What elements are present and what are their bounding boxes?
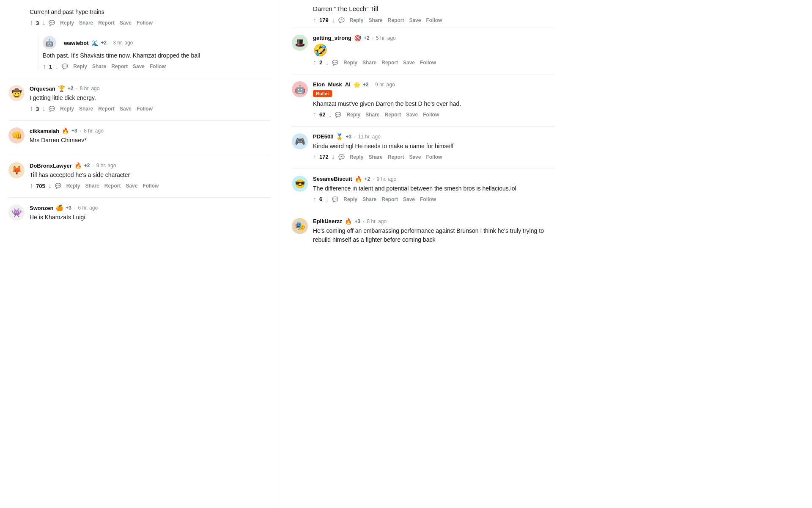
reply-button[interactable]: Reply <box>58 105 76 113</box>
upvote-button[interactable]: ↑ <box>313 111 316 119</box>
emoji-reaction: 🤣 <box>313 43 554 57</box>
right-column: Darren "The Leech" Till ↑ 179 ↓ 💬 Reply … <box>283 0 562 508</box>
username[interactable]: SesameBiscuit <box>313 176 352 182</box>
follow-button[interactable]: Follow <box>141 182 160 190</box>
save-button[interactable]: Save <box>407 153 422 161</box>
vote-count: 179 <box>319 17 329 23</box>
upvote-button[interactable]: ↑ <box>313 153 316 161</box>
upvote-button[interactable]: ↑ <box>30 105 33 113</box>
top-comment-text: Darren "The Leech" Till ↑ 179 ↓ 💬 Reply … <box>313 4 554 24</box>
report-button[interactable]: Report <box>386 17 406 24</box>
report-button[interactable]: Report <box>103 182 123 190</box>
share-button[interactable]: Share <box>77 105 95 113</box>
report-button[interactable]: Report <box>110 63 129 70</box>
share-button[interactable]: Share <box>364 111 381 119</box>
report-button[interactable]: Report <box>383 111 403 119</box>
upvote-button[interactable]: ↑ <box>313 59 316 66</box>
downvote-button[interactable]: ↓ <box>328 111 332 119</box>
vote-count: 172 <box>319 154 329 160</box>
downvote-button[interactable]: ↓ <box>332 153 335 161</box>
save-button[interactable]: Save <box>118 19 133 27</box>
reply-button[interactable]: Reply <box>58 19 76 27</box>
vote-count: 1 <box>49 64 52 70</box>
comment-icon: 💬 <box>330 196 340 203</box>
save-button[interactable]: Save <box>407 17 422 24</box>
comment-body: Orquesan 🏆 +2 · 8 hr. ago I getting litt… <box>30 85 270 113</box>
share-button[interactable]: Share <box>91 63 108 70</box>
reply-button[interactable]: Reply <box>345 111 362 119</box>
comment-actions: ↑ 3 ↓ 💬 Reply Share Report Save Follow <box>30 105 270 113</box>
comment-icon: 💬 <box>330 59 340 66</box>
username[interactable]: EpikUserzz <box>313 218 342 224</box>
follow-button[interactable]: Follow <box>135 105 154 113</box>
username[interactable]: wawiebot <box>64 40 89 46</box>
share-button[interactable]: Share <box>367 153 384 161</box>
share-button[interactable]: Share <box>83 182 101 190</box>
upvote-button[interactable]: ↑ <box>313 196 316 203</box>
downvote-button[interactable]: ↓ <box>55 63 58 70</box>
follow-button[interactable]: Follow <box>424 17 444 24</box>
save-button[interactable]: Save <box>131 63 146 70</box>
save-button[interactable]: Save <box>124 182 139 190</box>
username[interactable]: Orquesan <box>30 86 55 92</box>
comment-time: 11 hr. ago <box>358 134 380 140</box>
comment-row: 🤖 wawiebot 🌊 +2 · 3 hr. ago Both past. I… <box>30 36 270 70</box>
left-column: Current and past hype trains ↑ 3 ↓ 💬 Rep… <box>0 0 279 508</box>
dot-separator: · <box>74 205 75 211</box>
downvote-button[interactable]: ↓ <box>325 59 329 66</box>
comment-row: 🎭 EpikUserzz 🔥 +3 · 8 hr. ago He's comin… <box>292 215 554 247</box>
upvote-button[interactable]: ↑ <box>313 17 316 24</box>
avatar: 🤖 <box>292 81 308 97</box>
report-button[interactable]: Report <box>380 196 400 203</box>
upvote-button[interactable]: ↑ <box>43 63 46 70</box>
follow-button[interactable]: Follow <box>418 59 438 66</box>
comment-body: Current and past hype trains ↑ 3 ↓ 💬 Rep… <box>30 8 270 27</box>
avatar: 🤠 <box>8 85 25 101</box>
save-button[interactable]: Save <box>401 196 417 203</box>
follow-button[interactable]: Follow <box>424 153 444 161</box>
share-button[interactable]: Share <box>361 59 378 66</box>
username[interactable]: PDE503 <box>313 133 333 140</box>
username[interactable]: DoBronxLawyer <box>30 163 72 169</box>
follow-button[interactable]: Follow <box>148 63 167 70</box>
reply-button[interactable]: Reply <box>342 59 359 66</box>
downvote-button[interactable]: ↓ <box>42 105 45 113</box>
comment-row: Current and past hype trains ↑ 3 ↓ 💬 Rep… <box>8 4 270 28</box>
username[interactable]: cikkamsiah <box>30 128 59 134</box>
save-button[interactable]: Save <box>401 59 417 66</box>
upvote-button[interactable]: ↑ <box>30 19 33 27</box>
share-button[interactable]: Share <box>367 17 384 24</box>
username[interactable]: Elon_Musk_AI <box>313 81 351 88</box>
share-button[interactable]: Share <box>77 19 95 27</box>
share-button[interactable]: Share <box>361 196 378 203</box>
comment-body: 🤖 wawiebot 🌊 +2 · 3 hr. ago Both past. I… <box>43 36 270 70</box>
downvote-button[interactable]: ↓ <box>332 17 335 24</box>
reply-button[interactable]: Reply <box>348 17 365 24</box>
comment-actions: ↑ 2 ↓ 💬 Reply Share Report Save Follow <box>313 59 554 66</box>
downvote-button[interactable]: ↓ <box>42 19 45 27</box>
reply-button[interactable]: Reply <box>342 196 359 203</box>
report-button[interactable]: Report <box>96 19 116 27</box>
flair-icon: 🍊 <box>56 204 63 211</box>
separator <box>292 28 554 28</box>
comment-time: 5 hr. ago <box>376 35 396 41</box>
reply-button[interactable]: Reply <box>65 182 82 190</box>
downvote-button[interactable]: ↓ <box>48 182 52 190</box>
save-button[interactable]: Save <box>404 111 420 119</box>
reply-button[interactable]: Reply <box>348 153 365 161</box>
report-button[interactable]: Report <box>386 153 406 161</box>
downvote-button[interactable]: ↓ <box>325 196 329 203</box>
badge-container: Bullet <box>313 90 554 97</box>
reply-button[interactable]: Reply <box>71 63 89 70</box>
upvote-button[interactable]: ↑ <box>30 182 33 190</box>
comment-time: 8 hr. ago <box>84 128 104 134</box>
follow-button[interactable]: Follow <box>421 111 441 119</box>
report-button[interactable]: Report <box>96 105 116 113</box>
follow-button[interactable]: Follow <box>135 19 154 27</box>
username[interactable]: Swonzen <box>30 205 53 211</box>
follow-button[interactable]: Follow <box>418 196 438 203</box>
comment-row: 👊 cikkamsiah 🔥 +3 · 8 hr. ago Mrs Darren… <box>8 124 270 147</box>
save-button[interactable]: Save <box>118 105 133 113</box>
username[interactable]: getting_strong <box>313 35 351 41</box>
report-button[interactable]: Report <box>380 59 400 66</box>
